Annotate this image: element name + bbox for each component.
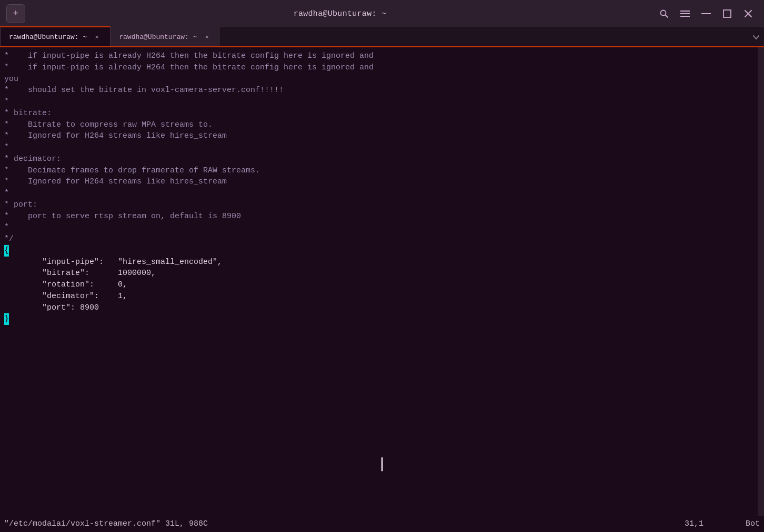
tab-dropdown-button[interactable] bbox=[748, 27, 764, 47]
terminal-line: you bbox=[4, 74, 760, 85]
tab-1[interactable]: rawdha@Ubunturaw: ~ ✕ bbox=[0, 26, 110, 46]
svg-rect-6 bbox=[723, 10, 731, 17]
terminal-line: * Ignored for H264 streams like hires_st… bbox=[4, 130, 760, 142]
tab-2-label: rawdha@Ubunturaw: ~ bbox=[119, 33, 197, 41]
terminal-line: * decimator: bbox=[4, 154, 760, 165]
search-button[interactable] bbox=[655, 4, 673, 23]
terminal-line bbox=[4, 348, 760, 360]
tab-1-label: rawdha@Ubunturaw: ~ bbox=[9, 33, 87, 41]
terminal-line: * bitrate: bbox=[4, 108, 760, 119]
status-position: 31,1 bbox=[685, 518, 703, 530]
vim-cursor: { bbox=[4, 245, 9, 257]
terminal-line: * bbox=[4, 142, 760, 154]
menu-button[interactable] bbox=[676, 4, 695, 23]
terminal-line: "rotation": 0, bbox=[4, 279, 760, 291]
vim-cursor-bottom: } bbox=[4, 313, 9, 325]
terminal-line: * bbox=[4, 188, 760, 199]
terminal-line: "input-pipe": "hires_small_encoded", bbox=[4, 257, 760, 268]
status-location: Bot bbox=[746, 518, 760, 530]
terminal-line: */ bbox=[4, 233, 760, 245]
terminal-line bbox=[4, 336, 760, 348]
terminal-line: * Decimate frames to drop framerate of R… bbox=[4, 165, 760, 177]
text-insertion-cursor: ┃ bbox=[378, 460, 385, 472]
titlebar: + rawdha@Ubunturaw: ~ bbox=[0, 0, 764, 27]
close-button[interactable] bbox=[739, 4, 758, 23]
minimize-button[interactable] bbox=[697, 4, 716, 23]
terminal-line: * port to serve rtsp stream on, default … bbox=[4, 211, 760, 222]
maximize-button[interactable] bbox=[718, 4, 737, 23]
terminal-line: } bbox=[4, 313, 760, 325]
terminal-line: * bbox=[4, 96, 760, 108]
terminal-line: * port: bbox=[4, 199, 760, 211]
status-filename: "/etc/modalai/voxl-streamer.conf" 31L, 9… bbox=[4, 518, 642, 530]
terminal-line bbox=[4, 325, 760, 336]
terminal-line: * if input-pipe is already H264 then the… bbox=[4, 50, 760, 62]
terminal-line: * if input-pipe is already H264 then the… bbox=[4, 62, 760, 74]
terminal-line: * should set the bitrate in voxl-camera-… bbox=[4, 85, 760, 96]
close-icon bbox=[744, 9, 752, 18]
scrollbar[interactable] bbox=[758, 47, 764, 516]
svg-line-1 bbox=[665, 15, 668, 18]
terminal-line: "bitrate": 1000000, bbox=[4, 268, 760, 279]
search-icon bbox=[659, 9, 669, 18]
window-title: rawdha@Ubunturaw: ~ bbox=[294, 9, 387, 18]
new-tab-button[interactable]: + bbox=[6, 4, 25, 23]
tab-2-close[interactable]: ✕ bbox=[202, 32, 212, 42]
terminal-line bbox=[4, 359, 760, 371]
terminal-line: * bbox=[4, 222, 760, 233]
terminal-line: * Bitrate to compress raw MPA streams to… bbox=[4, 119, 760, 131]
terminal-content[interactable]: * if input-pipe is already H264 then the… bbox=[0, 47, 764, 532]
tab-2[interactable]: rawdha@Ubunturaw: ~ ✕ bbox=[110, 27, 220, 46]
terminal-line: "port": 8900 bbox=[4, 302, 760, 314]
titlebar-controls bbox=[655, 4, 758, 23]
terminal-line: * Ignored for H264 streams like hires_st… bbox=[4, 176, 760, 188]
minimize-icon bbox=[701, 13, 711, 15]
hamburger-icon bbox=[680, 10, 690, 17]
chevron-down-icon bbox=[752, 35, 760, 40]
maximize-icon bbox=[723, 9, 731, 18]
tab-1-close[interactable]: ✕ bbox=[92, 32, 102, 42]
tab-bar: rawdha@Ubunturaw: ~ ✕ rawdha@Ubunturaw: … bbox=[0, 27, 764, 47]
terminal-line bbox=[4, 371, 760, 382]
titlebar-left: + bbox=[6, 4, 25, 23]
terminal-line: { bbox=[4, 245, 760, 257]
terminal-line: "decimator": 1, bbox=[4, 291, 760, 302]
status-bar: "/etc/modalai/voxl-streamer.conf" 31L, 9… bbox=[0, 516, 764, 532]
